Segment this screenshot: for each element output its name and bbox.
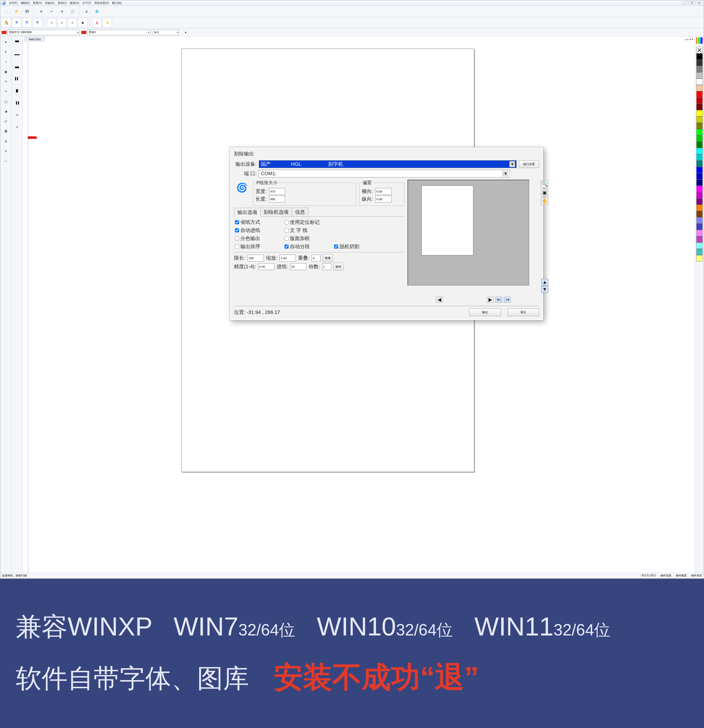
color-swatch[interactable] bbox=[696, 230, 703, 236]
new-icon[interactable]: 📄 bbox=[1, 7, 11, 16]
chk-usemarks[interactable]: 使用定位标记 bbox=[285, 219, 330, 225]
device-select[interactable]: 国产 HGL 刻字机 bbox=[259, 160, 516, 168]
color-swatch[interactable] bbox=[696, 123, 703, 129]
width-input[interactable] bbox=[269, 188, 285, 195]
color-swatch[interactable] bbox=[696, 243, 703, 249]
color-swatch[interactable] bbox=[696, 167, 703, 173]
chk-autoseg[interactable]: 自动分段 bbox=[285, 243, 330, 250]
cut-icon[interactable]: ✂ bbox=[47, 7, 56, 16]
feed-input[interactable] bbox=[290, 263, 306, 270]
hoff-input[interactable] bbox=[375, 188, 392, 195]
align-right-icon[interactable]: ≡ bbox=[68, 18, 77, 27]
tab-prev-icon[interactable]: ◁ bbox=[685, 38, 687, 41]
precision-input[interactable] bbox=[258, 263, 275, 270]
overlap-input[interactable] bbox=[312, 255, 321, 261]
color-swatch[interactable] bbox=[696, 192, 703, 198]
tab-menu-icon[interactable]: ▾ bbox=[692, 38, 693, 41]
output-icon[interactable]: 🖨 bbox=[1, 136, 11, 146]
menu-window[interactable]: 窗口(W) bbox=[112, 1, 121, 5]
menu-edit[interactable]: 编辑(E) bbox=[21, 1, 30, 5]
undo-icon[interactable]: ↶ bbox=[1, 77, 11, 87]
dist-v-icon[interactable]: ⇕ bbox=[12, 123, 22, 132]
char1-icon[interactable]: 字 bbox=[12, 18, 22, 27]
char2-icon[interactable]: 字 bbox=[22, 18, 32, 27]
color-swatch[interactable] bbox=[696, 211, 703, 217]
color-swatch[interactable] bbox=[696, 135, 703, 142]
gallery-icon[interactable]: 🖼 bbox=[1, 127, 11, 136]
scroll-left-icon[interactable]: ◀ bbox=[436, 297, 443, 303]
rotate-button[interactable]: 旋转 bbox=[333, 263, 343, 270]
color-swatch[interactable] bbox=[696, 60, 703, 66]
delete-icon[interactable]: ⊘ bbox=[36, 7, 46, 16]
limit-input[interactable] bbox=[247, 255, 264, 261]
color-swatch[interactable] bbox=[696, 224, 703, 230]
maximize-button[interactable]: ❐ bbox=[688, 1, 695, 5]
tab-plotter-options[interactable]: 刻绘机选项 bbox=[260, 208, 292, 217]
align-justify-icon[interactable]: ≣ bbox=[78, 18, 87, 27]
color-swatch[interactable] bbox=[696, 148, 703, 154]
color-swatch[interactable] bbox=[696, 236, 703, 243]
font-size-combo[interactable]: 54.5 bbox=[152, 30, 179, 35]
color-swatch[interactable] bbox=[696, 249, 703, 255]
align-left2-icon[interactable]: ▌▌ bbox=[12, 74, 22, 83]
text-tool-icon[interactable]: T bbox=[1, 47, 11, 57]
output-button[interactable]: 输出 bbox=[469, 309, 501, 316]
chk-offline[interactable]: 脱机切割 bbox=[334, 243, 374, 250]
color-swatch[interactable] bbox=[696, 198, 703, 205]
underline-a-icon[interactable]: A bbox=[92, 18, 101, 27]
minimize-button[interactable]: — bbox=[681, 1, 688, 5]
chain-icon[interactable]: 🔗 bbox=[1, 117, 11, 126]
effects-icon[interactable]: ✳ bbox=[1, 146, 11, 156]
line-icon[interactable]: — bbox=[1, 156, 11, 166]
align-left-icon[interactable]: ≡ bbox=[47, 18, 56, 27]
menu-shape[interactable]: 图形(G) bbox=[70, 1, 79, 5]
color-swatch[interactable] bbox=[696, 173, 703, 179]
guide-handle[interactable] bbox=[28, 136, 37, 139]
table-icon[interactable]: ▦ bbox=[1, 67, 11, 77]
char3-icon[interactable]: 字 bbox=[33, 18, 42, 27]
print-icon[interactable]: 🖨 bbox=[82, 7, 91, 16]
tab-output-options[interactable]: 输出选项 bbox=[234, 208, 261, 217]
font-combo[interactable]: 黑体3 bbox=[87, 30, 150, 35]
dist-h-icon[interactable]: ⇔ bbox=[12, 110, 22, 120]
chk-savepaper[interactable]: 省纸方式 bbox=[235, 219, 280, 225]
color-swatch[interactable] bbox=[696, 205, 703, 211]
menu-file[interactable]: 文件(F) bbox=[9, 1, 17, 5]
tab-next-icon[interactable]: ▷ bbox=[687, 38, 689, 41]
menu-layout[interactable]: 排版(O) bbox=[45, 1, 54, 5]
color-swatch[interactable] bbox=[696, 53, 703, 60]
color-swatch[interactable] bbox=[696, 104, 703, 110]
zoom-icon[interactable]: 🔍 bbox=[541, 181, 548, 188]
close-button[interactable]: ✕ bbox=[696, 1, 703, 5]
color-swatch[interactable] bbox=[696, 66, 703, 72]
chk-frame[interactable]: 版面加框 bbox=[285, 235, 330, 242]
chk-sort[interactable]: 输出排序 bbox=[235, 243, 280, 250]
pointer-icon[interactable]: ➤ bbox=[1, 38, 11, 47]
paste-icon[interactable]: 📋 bbox=[68, 7, 77, 16]
chk-colorsep[interactable]: 分色输出 bbox=[235, 235, 280, 242]
open-icon[interactable]: 📂 bbox=[12, 7, 22, 16]
color-swatch[interactable] bbox=[696, 98, 703, 104]
align-top-icon[interactable]: ▀▀ bbox=[12, 38, 22, 47]
text-a-icon[interactable]: A bbox=[1, 18, 11, 27]
exit-button[interactable]: 退出 bbox=[507, 309, 539, 316]
align-bottom-icon[interactable]: ▄▄ bbox=[12, 62, 22, 71]
rainbow-icon[interactable] bbox=[696, 38, 703, 44]
node-tool-icon[interactable]: ⤳ bbox=[1, 57, 11, 66]
length-input[interactable] bbox=[269, 196, 285, 202]
ruler-icon[interactable]: 📏 bbox=[103, 18, 112, 27]
color-swatch[interactable] bbox=[696, 160, 703, 167]
tab-info[interactable]: 信息 bbox=[292, 208, 308, 217]
align-vcenter-icon[interactable]: ▬▬ bbox=[12, 49, 22, 59]
scale-input[interactable] bbox=[280, 255, 296, 261]
nav-left-icon[interactable]: ⇐ bbox=[495, 297, 502, 303]
voff-input[interactable] bbox=[375, 196, 392, 202]
color-swatch[interactable] bbox=[696, 255, 703, 261]
redo-icon[interactable]: ↷ bbox=[1, 87, 11, 96]
color-swatch[interactable] bbox=[696, 142, 703, 148]
hand-icon[interactable]: ✋ bbox=[541, 198, 548, 205]
menu-transform[interactable]: 变形(C) bbox=[58, 1, 67, 5]
color-swatch[interactable] bbox=[696, 110, 703, 116]
ellipse-icon[interactable]: ◯ bbox=[1, 97, 11, 106]
color-swatch[interactable] bbox=[696, 91, 703, 98]
